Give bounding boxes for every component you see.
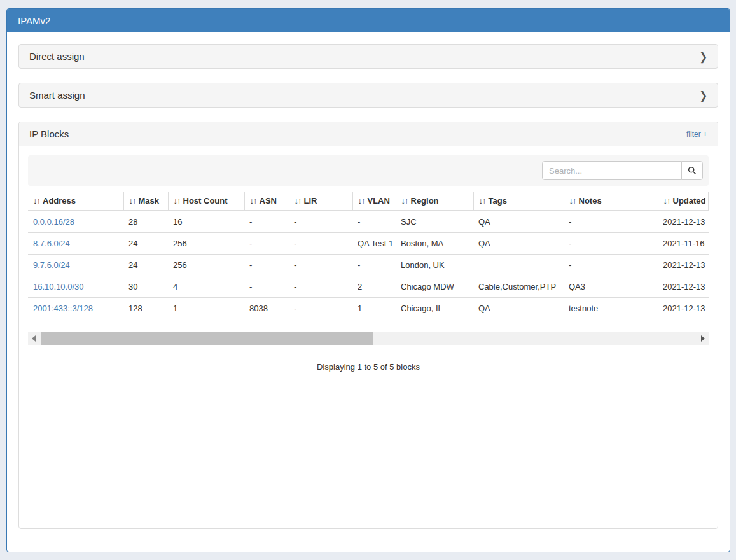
address-link[interactable]: 2001:433::3/128 xyxy=(33,304,93,313)
column-header-region[interactable]: ↓↑Region xyxy=(396,192,473,211)
cell-tags: Cable,Customer,PTP xyxy=(473,276,564,298)
search-icon xyxy=(688,166,697,175)
cell-region: London, UK xyxy=(396,255,473,276)
sort-icon: ↓↑ xyxy=(569,196,576,206)
sort-icon: ↓↑ xyxy=(401,196,408,206)
app-header: IPAMv2 xyxy=(7,9,730,32)
cell-lir: - xyxy=(289,298,352,319)
cell-host_count: 256 xyxy=(168,233,244,255)
cell-mask: 28 xyxy=(123,211,168,233)
search-input[interactable] xyxy=(542,161,682,180)
app-panel: IPAMv2 Direct assign ❯ Smart assign ❯ IP… xyxy=(6,8,730,552)
cell-vlan: - xyxy=(352,255,396,276)
sort-icon: ↓↑ xyxy=(479,196,486,206)
sort-icon: ↓↑ xyxy=(174,196,181,206)
address-link[interactable]: 16.10.10.0/30 xyxy=(33,282,84,291)
column-label: Mask xyxy=(139,196,160,206)
cell-tags: QA xyxy=(473,211,564,233)
cell-updated: 2021-12-13 xyxy=(658,276,709,298)
sort-icon: ↓↑ xyxy=(663,196,670,206)
scroll-left-icon xyxy=(32,335,36,342)
scroll-left-button[interactable] xyxy=(28,332,39,345)
column-header-host_count[interactable]: ↓↑Host Count xyxy=(168,192,244,211)
cell-updated: 2021-11-16 xyxy=(658,233,709,255)
scroll-right-icon xyxy=(701,335,705,342)
cell-host_count: 1 xyxy=(168,298,244,319)
column-header-notes[interactable]: ↓↑Notes xyxy=(564,192,658,211)
search-button[interactable] xyxy=(681,161,703,180)
cell-updated: 2021-12-13 xyxy=(658,211,709,233)
cell-notes: - xyxy=(564,255,658,276)
column-header-updated[interactable]: ↓↑Updated xyxy=(658,192,709,211)
scroll-right-button[interactable] xyxy=(697,332,709,345)
ip-blocks-label: IP Blocks xyxy=(29,129,69,139)
cell-notes: - xyxy=(564,211,658,233)
ip-blocks-panel: IP Blocks filter + xyxy=(18,122,718,529)
column-header-tags[interactable]: ↓↑Tags xyxy=(473,192,564,211)
column-label: Address xyxy=(43,196,76,206)
cell-address: 2001:433::3/128 xyxy=(28,298,123,319)
cell-mask: 128 xyxy=(123,298,168,319)
cell-tags: QA xyxy=(473,298,564,319)
column-label: LIR xyxy=(304,196,317,206)
cell-mask: 30 xyxy=(123,276,168,298)
cell-asn: - xyxy=(244,276,289,298)
horizontal-scrollbar[interactable] xyxy=(28,332,709,345)
table-toolbar xyxy=(28,155,709,186)
cell-region: Chicago MDW xyxy=(396,276,473,298)
cell-region: SJC xyxy=(396,211,473,233)
scrollbar-thumb[interactable] xyxy=(41,332,373,345)
address-link[interactable]: 0.0.0.16/28 xyxy=(33,217,74,227)
cell-address: 0.0.0.16/28 xyxy=(28,211,123,233)
chevron-right-icon: ❯ xyxy=(699,50,707,63)
sort-icon: ↓↑ xyxy=(295,196,302,206)
cell-address: 16.10.10.0/30 xyxy=(28,276,123,298)
cell-asn: 8038 xyxy=(244,298,289,319)
table-row: 0.0.0.16/282816---SJCQA-2021-12-13 xyxy=(28,211,709,233)
cell-vlan: QA Test 1 xyxy=(352,233,396,255)
column-header-lir[interactable]: ↓↑LIR xyxy=(289,192,352,211)
smart-assign-panel[interactable]: Smart assign ❯ xyxy=(18,83,718,108)
cell-asn: - xyxy=(244,233,289,255)
table-body: 0.0.0.16/282816---SJCQA-2021-12-138.7.6.… xyxy=(28,211,709,319)
cell-mask: 24 xyxy=(123,255,168,276)
ip-blocks-heading: IP Blocks filter + xyxy=(19,122,718,146)
ip-blocks-table: ↓↑Address↓↑Mask↓↑Host Count↓↑ASN↓↑LIR↓↑V… xyxy=(28,192,709,319)
column-header-asn[interactable]: ↓↑ASN xyxy=(244,192,289,211)
cell-lir: - xyxy=(289,211,352,233)
cell-address: 8.7.6.0/24 xyxy=(28,233,123,255)
sort-icon: ↓↑ xyxy=(129,196,136,206)
cell-host_count: 4 xyxy=(168,276,244,298)
ip-blocks-body: ↓↑Address↓↑Mask↓↑Host Count↓↑ASN↓↑LIR↓↑V… xyxy=(19,146,718,528)
cell-notes: - xyxy=(564,233,658,255)
cell-asn: - xyxy=(244,211,289,233)
sort-icon: ↓↑ xyxy=(33,196,40,206)
cell-notes: QA3 xyxy=(564,276,658,298)
column-header-mask[interactable]: ↓↑Mask xyxy=(123,192,168,211)
app-content: Direct assign ❯ Smart assign ❯ IP Blocks… xyxy=(7,32,730,540)
column-label: Tags xyxy=(489,196,507,206)
cell-lir: - xyxy=(289,255,352,276)
address-link[interactable]: 8.7.6.0/24 xyxy=(33,239,70,248)
cell-address: 9.7.6.0/24 xyxy=(28,255,123,276)
cell-region: Chicago, IL xyxy=(396,298,473,319)
cell-tags xyxy=(473,255,564,276)
cell-vlan: - xyxy=(352,211,396,233)
direct-assign-panel[interactable]: Direct assign ❯ xyxy=(18,44,718,69)
search-group xyxy=(542,161,703,180)
table-row: 9.7.6.0/2424256---London, UK-2021-12-13 xyxy=(28,255,709,276)
column-label: Host Count xyxy=(183,196,228,206)
address-link[interactable]: 9.7.6.0/24 xyxy=(33,260,70,270)
cell-region: Boston, MA xyxy=(396,233,473,255)
table-row: 8.7.6.0/2424256--QA Test 1Boston, MAQA-2… xyxy=(28,233,709,255)
sort-icon: ↓↑ xyxy=(358,196,365,206)
cell-vlan: 1 xyxy=(352,298,396,319)
filter-link[interactable]: filter + xyxy=(686,130,707,139)
app-title: IPAMv2 xyxy=(18,15,50,26)
column-header-address[interactable]: ↓↑Address xyxy=(28,192,123,211)
smart-assign-label: Smart assign xyxy=(29,90,85,101)
table-info-text: Displaying 1 to 5 of 5 blocks xyxy=(28,362,709,372)
column-label: Region xyxy=(411,196,439,206)
table-row: 16.10.10.0/30304--2Chicago MDWCable,Cust… xyxy=(28,276,709,298)
column-header-vlan[interactable]: ↓↑VLAN xyxy=(352,192,396,211)
